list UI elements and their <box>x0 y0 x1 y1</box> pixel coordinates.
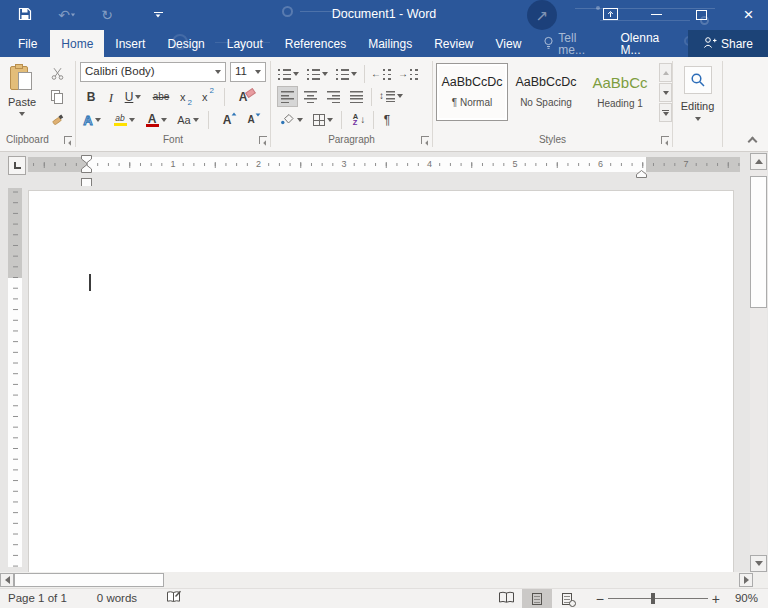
tab-stop-selector[interactable] <box>8 156 26 175</box>
vertical-scrollbar[interactable] <box>750 153 767 572</box>
tab-home[interactable]: Home <box>50 30 104 57</box>
right-indent-marker[interactable] <box>636 165 647 181</box>
clear-formatting-button[interactable]: A <box>231 87 255 107</box>
decrease-indent-button[interactable]: ← <box>369 64 393 84</box>
scroll-down-button[interactable] <box>750 555 767 572</box>
document-page[interactable] <box>28 190 734 572</box>
tab-layout[interactable]: Layout <box>216 30 274 57</box>
minimize-button[interactable] <box>639 0 673 29</box>
tab-references[interactable]: References <box>274 30 357 57</box>
tab-view[interactable]: View <box>485 30 533 57</box>
tell-me-box[interactable]: Tell me... <box>532 30 603 57</box>
zoom-out-button[interactable]: − <box>592 589 608 608</box>
paragraph-group-label: Paragraph <box>271 135 432 145</box>
italic-button[interactable]: I <box>103 87 119 107</box>
underline-button[interactable]: U <box>121 87 145 107</box>
vertical-scrollbar-thumb[interactable] <box>750 176 767 308</box>
titlebar-row: ↶ ↻ Document1 - Word × <box>0 0 768 30</box>
tab-insert[interactable]: Insert <box>104 30 156 57</box>
font-color-button[interactable]: A <box>142 110 170 130</box>
shrink-font-button[interactable]: A <box>240 110 262 130</box>
styles-scroll-up-button[interactable] <box>659 63 672 82</box>
paste-label: Paste <box>8 97 36 108</box>
multilevel-list-button[interactable] <box>333 64 359 84</box>
read-mode-button[interactable] <box>492 589 522 608</box>
bullets-button[interactable] <box>275 64 301 84</box>
styles-more-button[interactable] <box>659 103 672 122</box>
document-area <box>0 186 768 572</box>
styles-scroll-down-button[interactable] <box>659 83 672 102</box>
tab-review[interactable]: Review <box>423 30 484 57</box>
page-indicator[interactable]: Page 1 of 1 <box>0 589 73 608</box>
strikethrough-icon: abe <box>153 92 170 102</box>
font-family-combobox[interactable]: Calibri (Body) <box>80 62 226 82</box>
styles-dialog-launcher[interactable] <box>661 136 669 144</box>
style-normal[interactable]: AaBbCcDc ¶ Normal <box>436 63 508 121</box>
sort-button[interactable]: A Z ↓ <box>347 110 371 130</box>
web-layout-button[interactable] <box>552 589 582 608</box>
shading-button[interactable] <box>277 110 305 130</box>
style-no-spacing[interactable]: AaBbCcDc No Spacing <box>510 63 582 121</box>
font-size-combobox[interactable]: 11 <box>230 62 266 82</box>
proofing-status-button[interactable] <box>159 589 188 608</box>
text-effects-button[interactable]: A <box>80 110 104 130</box>
align-left-button[interactable] <box>277 86 298 107</box>
text-highlight-button[interactable]: ab <box>110 110 138 130</box>
horizontal-scrollbar-thumb[interactable] <box>14 573 164 587</box>
ruler-number: 2 <box>254 160 263 169</box>
print-layout-icon <box>532 593 542 605</box>
show-hide-pilcrow-button[interactable]: ¶ <box>377 110 397 130</box>
subscript-button[interactable]: x2 <box>176 87 196 107</box>
format-painter-button[interactable] <box>44 111 70 131</box>
sort-icon: A Z <box>353 114 358 127</box>
superscript-button[interactable]: x2 <box>198 87 218 107</box>
ruler-number: 7 <box>682 160 691 169</box>
clipboard-dialog-launcher[interactable] <box>64 136 72 144</box>
tab-design[interactable]: Design <box>156 30 215 57</box>
scroll-left-button[interactable] <box>0 573 14 587</box>
paragraph-dialog-launcher[interactable] <box>421 136 429 144</box>
horizontal-scrollbar[interactable] <box>0 572 768 588</box>
scroll-right-button[interactable] <box>739 573 753 587</box>
bold-button[interactable]: B <box>82 87 100 107</box>
increase-indent-button[interactable]: → <box>396 64 420 84</box>
first-line-indent-marker[interactable] <box>81 155 92 176</box>
cut-button[interactable] <box>44 64 70 84</box>
font-dialog-launcher[interactable] <box>259 136 267 144</box>
tab-mailings[interactable]: Mailings <box>357 30 423 57</box>
print-layout-button[interactable] <box>522 589 552 608</box>
tab-file[interactable]: File <box>5 30 50 57</box>
change-case-icon: Aa <box>177 115 190 126</box>
scroll-down-icon <box>663 91 669 95</box>
justify-button[interactable] <box>346 86 367 107</box>
multilevel-caret-icon <box>351 72 357 76</box>
maximize-button[interactable] <box>684 0 718 29</box>
scroll-up-button[interactable] <box>750 153 767 170</box>
collapse-ribbon-button[interactable] <box>746 136 758 146</box>
increase-indent-icon: → <box>398 69 408 79</box>
zoom-slider-thumb[interactable] <box>651 593 655 604</box>
word-count[interactable]: 0 words <box>91 589 143 608</box>
zoom-percentage[interactable]: 90% <box>724 589 768 608</box>
borders-caret-icon <box>327 118 333 122</box>
change-case-button[interactable]: Aa <box>174 110 202 130</box>
zoom-slider[interactable] <box>608 589 708 608</box>
copy-button[interactable] <box>44 87 70 107</box>
style-heading-1[interactable]: AaBbCc Heading 1 <box>584 63 656 121</box>
scroll-up-icon <box>755 159 763 164</box>
strikethrough-button[interactable]: abe <box>148 87 174 107</box>
align-center-button[interactable] <box>300 86 321 107</box>
grow-font-button[interactable]: A <box>216 110 238 130</box>
ribbon-display-options-button[interactable] <box>593 0 627 29</box>
share-button[interactable]: Share <box>688 30 768 57</box>
account-name[interactable]: Olenna M... <box>610 30 680 57</box>
numbering-button[interactable] <box>304 64 330 84</box>
paste-button[interactable]: Paste <box>2 61 42 137</box>
close-button[interactable]: × <box>729 0 768 29</box>
zoom-in-button[interactable]: + <box>708 589 724 608</box>
editing-button[interactable]: Editing <box>676 62 719 138</box>
borders-button[interactable] <box>309 110 337 130</box>
font-family-caret-icon <box>215 70 221 74</box>
line-spacing-button[interactable]: ↕ <box>376 86 406 106</box>
align-right-button[interactable] <box>323 86 344 107</box>
